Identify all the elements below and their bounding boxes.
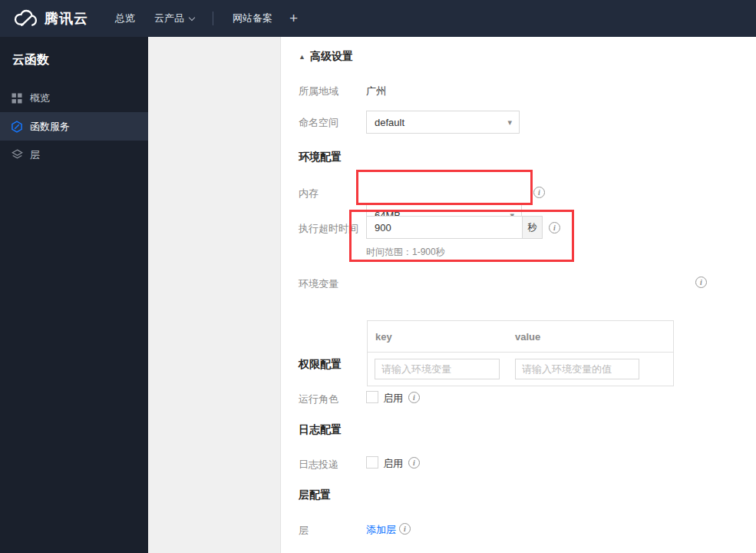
log-ship-enable-label: 启用 [383, 457, 403, 471]
info-icon[interactable]: i [408, 457, 420, 469]
grid-icon [11, 92, 23, 104]
envvar-value-input[interactable] [515, 359, 639, 379]
sidebar-item-label: 概览 [30, 91, 50, 105]
memory-label: 内存 [299, 187, 319, 200]
run-role-checkbox[interactable] [366, 391, 378, 403]
envvar-key-input[interactable] [375, 359, 500, 379]
layer-config-section-header: 层配置 [299, 488, 331, 502]
cloud-logo-icon [12, 9, 38, 28]
env-config-section-header: 环境配置 [299, 151, 342, 164]
envvar-label: 环境变量 [299, 277, 338, 291]
function-config-form: ▲ 高级设置 所属地域 广州 命名空间 default ▾ 环境配置 内存 64… [281, 37, 756, 553]
timeout-input-group: 秒 [366, 216, 543, 239]
add-tab-button[interactable]: + [289, 10, 298, 27]
info-icon[interactable]: i [695, 276, 707, 288]
nav-separator [213, 12, 213, 25]
nav-item-overview[interactable]: 总览 [115, 12, 135, 25]
layers-icon [11, 149, 23, 161]
layer-label: 层 [299, 524, 309, 538]
timeout-label: 执行超时时间 [299, 222, 358, 236]
collapse-up-icon: ▲ [299, 53, 305, 61]
timeout-unit-addon: 秒 [522, 216, 543, 239]
envvar-key-header: key [375, 331, 392, 343]
info-icon[interactable]: i [549, 222, 560, 233]
sidebar-item-function-service[interactable]: 函数服务 [0, 112, 148, 141]
region-label: 所属地域 [299, 84, 338, 98]
nav-item-beian[interactable]: 网站备案 [233, 12, 272, 25]
advanced-settings-toggle[interactable]: ▲ 高级设置 [299, 50, 353, 64]
sidebar-item-label: 函数服务 [30, 120, 70, 134]
sidebar-title: 云函数 [0, 37, 148, 68]
function-list-panel [148, 37, 281, 553]
sidebar-item-layers[interactable]: 层 [0, 141, 148, 169]
info-icon[interactable]: i [399, 523, 411, 535]
sidebar-item-label: 层 [30, 148, 40, 162]
sidebar-item-overview[interactable]: 概览 [0, 84, 148, 112]
namespace-select[interactable]: default ▾ [366, 111, 520, 134]
namespace-label: 命名空间 [299, 116, 338, 130]
sidebar: 云函数 概览 函数服务 [0, 37, 148, 553]
envvar-table: key value [367, 320, 674, 386]
table-header-divider [368, 352, 673, 353]
info-icon[interactable]: i [408, 392, 420, 403]
scf-hexagon-icon [11, 121, 23, 133]
log-config-section-header: 日志配置 [299, 423, 342, 437]
add-layer-link[interactable]: 添加层 [366, 523, 396, 537]
namespace-selected-value: default [375, 117, 404, 128]
run-role-enable-label: 启用 [383, 392, 403, 406]
timeout-input[interactable] [366, 216, 522, 239]
chevron-down-icon: ▾ [507, 118, 512, 127]
annotation-box-memory [356, 170, 533, 205]
chevron-down-icon [189, 14, 195, 20]
top-navbar: 腾讯云 总览 云产品 网站备案 + [0, 0, 756, 37]
region-value: 广州 [366, 84, 386, 98]
run-role-label: 运行角色 [299, 392, 338, 406]
log-ship-checkbox[interactable] [366, 456, 378, 469]
tencent-cloud-logo[interactable]: 腾讯云 [12, 9, 88, 28]
nav-item-cloud-products[interactable]: 云产品 [154, 12, 194, 25]
perm-config-section-header: 权限配置 [299, 358, 342, 372]
log-ship-label: 日志投递 [299, 458, 338, 472]
advanced-settings-label: 高级设置 [310, 50, 353, 64]
sidebar-menu: 概览 函数服务 层 [0, 84, 148, 169]
brand-name: 腾讯云 [45, 9, 88, 28]
timeout-range-hint: 时间范围：1-900秒 [366, 246, 445, 259]
envvar-value-header: value [515, 331, 540, 343]
info-icon[interactable]: i [533, 187, 545, 198]
